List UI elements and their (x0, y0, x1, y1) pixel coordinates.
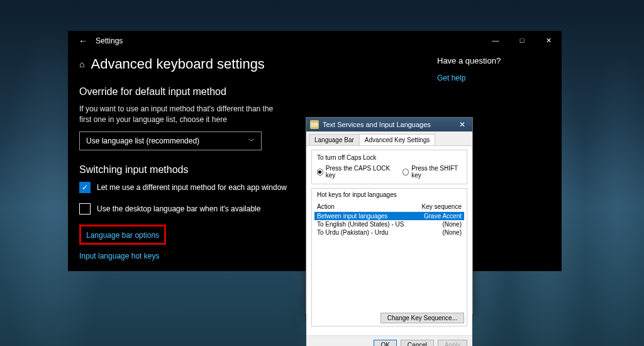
list-item[interactable]: To English (United States) - US (None) (314, 220, 464, 228)
maximize-button[interactable]: □ (509, 31, 535, 50)
row-action: Between input languages (317, 213, 424, 220)
radio-dot-icon (402, 169, 409, 176)
apply-button[interactable]: Apply (438, 340, 467, 346)
minimize-button[interactable]: — (482, 31, 509, 50)
titlebar: ← Settings — □ ✕ (68, 31, 562, 51)
per-app-input-checkbox[interactable]: ✓ (79, 182, 91, 193)
ok-button[interactable]: OK (374, 340, 396, 346)
hotkeys-group: Hot keys for input languages Action Key … (311, 188, 467, 326)
close-button[interactable]: ✕ (535, 31, 562, 50)
radio-dot-icon (317, 169, 323, 176)
dialog-title: Text Services and Input Languages (323, 121, 456, 128)
radio-capslock[interactable]: Press the CAPS LOCK key (317, 165, 391, 179)
dialog-titlebar: ⌨ Text Services and Input Languages ✕ (306, 118, 472, 131)
radio-shift[interactable]: Press the SHIFT key (402, 165, 462, 179)
hotkeys-list[interactable]: Between input languages Grave Accent To … (314, 212, 464, 310)
chevron-down-icon: ﹀ (248, 137, 255, 145)
caps-lock-title: To turn off Caps Lock (317, 154, 462, 161)
row-key: Grave Accent (424, 213, 462, 220)
input-method-combo[interactable]: Use language list (recommended) ﹀ (79, 131, 262, 150)
col-action: Action (317, 203, 422, 210)
row-action: To Urdu (Pakistan) - Urdu (317, 229, 442, 236)
back-button[interactable]: ← (73, 36, 93, 46)
window-title: Settings (96, 36, 123, 45)
dialog-footer: OK Cancel Apply (306, 335, 472, 346)
tab-advanced-key-settings[interactable]: Advanced Key Settings (359, 134, 435, 145)
aside-question: Have a question? (437, 56, 538, 65)
radio-capslock-label: Press the CAPS LOCK key (326, 165, 392, 179)
language-bar-options-link[interactable]: Language bar options (86, 231, 159, 240)
cancel-button[interactable]: Cancel (401, 340, 434, 346)
hotkeys-title: Hot keys for input languages (314, 191, 464, 198)
dialog-close-button[interactable]: ✕ (456, 120, 469, 129)
row-action: To English (United States) - US (317, 221, 442, 228)
list-header: Action Key sequence (314, 202, 464, 212)
change-key-sequence-button[interactable]: Change Key Sequence... (380, 313, 464, 323)
caps-lock-group: To turn off Caps Lock Press the CAPS LOC… (311, 150, 467, 184)
home-icon[interactable]: ⌂ (79, 59, 84, 69)
combo-value: Use language list (recommended) (86, 137, 199, 145)
override-heading: Override for default input method (79, 86, 381, 98)
row-key: (None) (442, 229, 462, 236)
input-language-hotkeys-link[interactable]: Input language hot keys (79, 252, 159, 260)
row-key: (None) (442, 221, 462, 228)
col-key: Key sequence (422, 203, 462, 210)
desktop-langbar-label: Use the desktop language bar when it's a… (97, 204, 260, 213)
highlight-annotation: Language bar options (79, 225, 166, 245)
override-description: If you want to use an input method that'… (79, 104, 280, 125)
dialog-icon: ⌨ (310, 120, 319, 129)
radio-shift-label: Press the SHIFT key (411, 165, 462, 179)
tab-body: To turn off Caps Lock Press the CAPS LOC… (306, 146, 472, 335)
list-item[interactable]: Between input languages Grave Accent (314, 212, 464, 220)
get-help-link[interactable]: Get help (437, 74, 465, 82)
page-title: Advanced keyboard settings (91, 56, 264, 72)
per-app-input-label: Let me use a different input method for … (97, 183, 287, 192)
list-item[interactable]: To Urdu (Pakistan) - Urdu (None) (314, 228, 464, 237)
tab-language-bar[interactable]: Language Bar (309, 134, 360, 145)
dialog-tabs: Language Bar Advanced Key Settings (306, 131, 472, 146)
text-services-dialog: ⌨ Text Services and Input Languages ✕ La… (306, 117, 473, 314)
desktop-langbar-checkbox[interactable] (79, 203, 91, 215)
